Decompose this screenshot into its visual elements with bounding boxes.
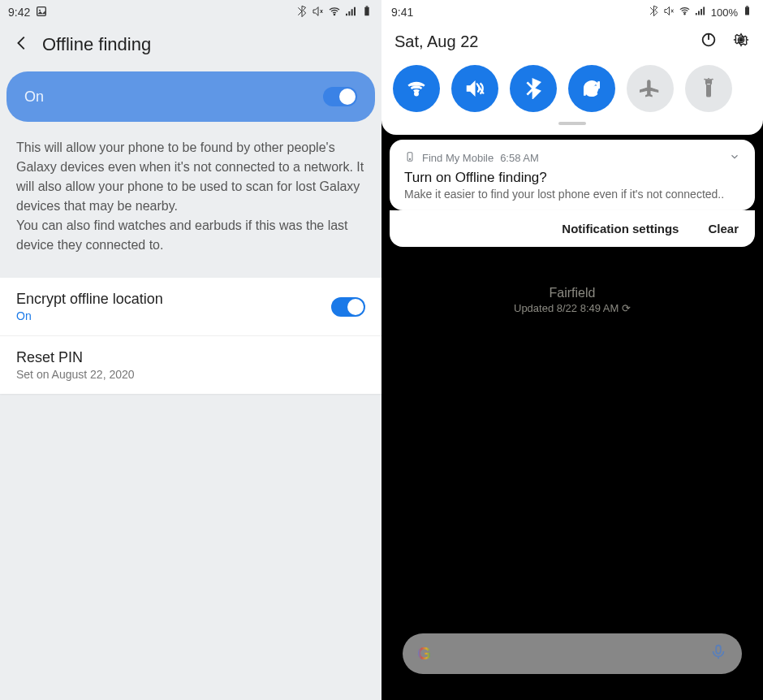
mute-icon: [663, 5, 675, 19]
gear-icon[interactable]: [732, 31, 750, 52]
reset-pin-sub: Set on August 22, 2020: [16, 368, 135, 381]
notification-shade-screen: Fairfield Updated 8/22 8:49 AM ⟳ G 9:41 …: [382, 0, 763, 700]
settings-screen: 9:42 Offline finding On This will allow …: [0, 0, 382, 700]
qs-bluetooth[interactable]: [510, 65, 557, 112]
clear-button[interactable]: Clear: [708, 222, 739, 235]
master-toggle-pill[interactable]: On: [6, 71, 375, 122]
encrypt-switch[interactable]: [331, 297, 365, 317]
svg-point-17: [409, 158, 410, 159]
notification-footer: Notification settings Clear: [390, 210, 755, 247]
svg-point-1: [39, 9, 41, 11]
notification-settings-button[interactable]: Notification settings: [562, 222, 679, 235]
qs-sound-mute[interactable]: [451, 65, 498, 112]
weather-widget[interactable]: Fairfield Updated 8/22 8:49 AM ⟳: [382, 286, 763, 314]
panel-header: Sat, Aug 22: [382, 24, 763, 60]
svg-rect-3: [364, 6, 369, 15]
status-time: 9:41: [391, 6, 413, 19]
svg-rect-15: [707, 85, 710, 96]
notification-time: 6:58 AM: [500, 152, 539, 164]
qs-wifi[interactable]: [393, 65, 440, 112]
panel-drag-handle[interactable]: [558, 122, 586, 125]
mute-icon: [312, 5, 325, 20]
notification-body: Make it easier to find your lost phone e…: [404, 188, 740, 201]
svg-rect-0: [37, 6, 46, 15]
reset-pin-title: Reset PIN: [16, 349, 135, 366]
mic-icon[interactable]: [709, 643, 727, 664]
signal-icon: [694, 5, 706, 19]
encrypt-offline-row[interactable]: Encrypt offline location On: [0, 278, 382, 336]
encrypt-status: On: [16, 309, 163, 322]
battery-icon: [360, 5, 373, 20]
qs-sync[interactable]: [568, 65, 615, 112]
notification-header: Find My Mobile 6:58 AM: [404, 151, 740, 165]
bluetooth-icon: [648, 5, 660, 19]
weather-location: Fairfield: [382, 286, 763, 300]
wifi-icon: [679, 5, 691, 19]
page-header: Offline finding: [0, 24, 382, 71]
notification-title: Turn on Offline finding?: [404, 170, 740, 186]
svg-rect-7: [745, 7, 749, 15]
find-my-mobile-icon: [404, 151, 416, 165]
feature-description: This will allow your phone to be found b…: [0, 122, 382, 278]
notification-app-name: Find My Mobile: [422, 152, 494, 164]
wifi-icon: [328, 5, 341, 20]
page-title: Offline finding: [42, 34, 151, 55]
svg-rect-5: [716, 646, 721, 654]
battery-pct: 100%: [711, 6, 738, 19]
svg-rect-14: [706, 80, 712, 83]
master-toggle-label: On: [24, 89, 44, 106]
svg-point-12: [415, 93, 417, 95]
panel-date: Sat, Aug 22: [394, 32, 700, 51]
options-card: Encrypt offline location On Reset PIN Se…: [0, 278, 382, 394]
signal-icon: [344, 5, 357, 20]
bluetooth-icon: [295, 5, 308, 20]
encrypt-title: Encrypt offline location: [16, 291, 163, 308]
svg-rect-8: [746, 6, 748, 6]
quick-settings-row: [382, 60, 763, 120]
svg-point-6: [684, 14, 685, 15]
qs-airplane[interactable]: [627, 65, 674, 112]
svg-point-11: [739, 37, 744, 42]
notification-panel: 9:41 100% Sat, Aug 22: [382, 0, 763, 135]
qs-flashlight[interactable]: [685, 65, 732, 112]
battery-icon: [741, 5, 753, 19]
weather-updated: Updated 8/22 8:49 AM ⟳: [382, 302, 763, 314]
status-bar: 9:41 100%: [382, 0, 763, 24]
master-toggle-switch[interactable]: [323, 87, 357, 106]
notification-card[interactable]: Find My Mobile 6:58 AM Turn on Offline f…: [390, 140, 755, 210]
chevron-down-icon[interactable]: [729, 151, 740, 165]
back-icon[interactable]: [13, 34, 31, 55]
svg-point-2: [334, 14, 334, 15]
status-time: 9:42: [8, 6, 30, 19]
reset-pin-row[interactable]: Reset PIN Set on August 22, 2020: [0, 336, 382, 394]
power-icon[interactable]: [700, 31, 718, 52]
google-search-widget[interactable]: G: [403, 633, 742, 674]
status-bar: 9:42: [0, 0, 382, 24]
svg-rect-4: [366, 6, 369, 6]
screenshot-icon: [35, 5, 48, 20]
google-logo-icon: G: [417, 643, 431, 664]
